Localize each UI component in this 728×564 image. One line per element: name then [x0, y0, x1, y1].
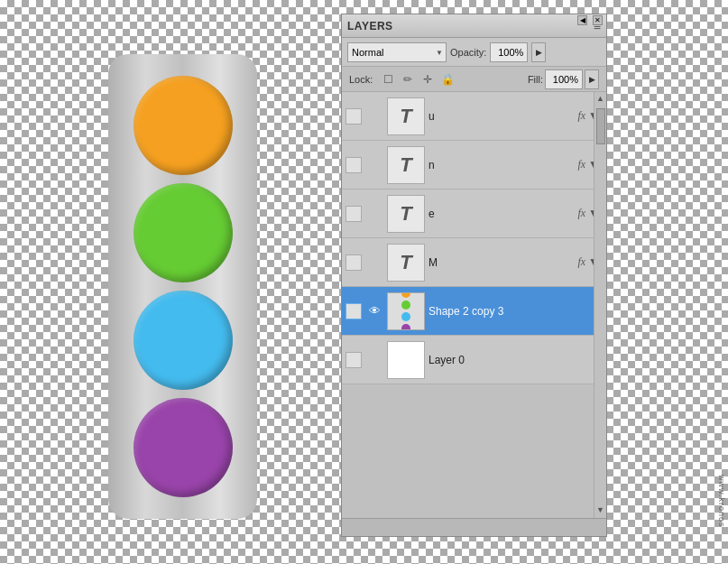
layer-checkbox[interactable] [346, 157, 362, 173]
circle-orange [134, 76, 233, 175]
opacity-label: Opacity: [450, 47, 486, 58]
watermark: www.kronos [717, 475, 726, 528]
layer-thumbnail: T [387, 146, 425, 184]
panel-title: LAYERS [347, 20, 393, 32]
lock-pixels-btn[interactable]: ☐ [380, 71, 396, 88]
fill-arrow[interactable]: ▶ [585, 69, 599, 89]
layer-visibility-icon[interactable] [365, 205, 383, 223]
blend-mode-wrapper: Normal Multiply Screen Overlay [347, 42, 447, 62]
lock-image-btn[interactable]: ✏ [400, 71, 416, 88]
layer-row[interactable]: Layer 0 [342, 336, 606, 384]
layer-row[interactable]: T e fx ▼ [342, 190, 606, 238]
layer-row[interactable]: T n fx ▼ [342, 141, 606, 190]
layers-list[interactable]: T u fx ▼ T n fx ▼ T e fx ▼ [342, 92, 606, 518]
layer-visibility-icon[interactable] [365, 254, 383, 272]
layer-checkbox[interactable] [346, 254, 362, 271]
layer-thumbnail: T [387, 97, 425, 135]
layer-visibility-icon[interactable] [365, 107, 383, 125]
layer-checkbox[interactable] [346, 108, 362, 125]
shape-dots [398, 292, 414, 330]
lock-label: Lock: [349, 74, 373, 85]
blend-opacity-bar: Normal Multiply Screen Overlay Opacity: … [342, 38, 606, 67]
traffic-light [108, 54, 257, 519]
layer-checkbox[interactable] [346, 303, 362, 319]
opacity-arrow[interactable]: ▶ [531, 42, 546, 62]
layer-info: Layer 0 [429, 354, 603, 366]
scrollbar[interactable]: ▲ ▼ [594, 92, 606, 518]
fill-input[interactable] [545, 69, 583, 89]
layer-info: e [429, 208, 574, 220]
opacity-input[interactable] [490, 42, 528, 62]
panel-resize-controls: ◀ ✕ [577, 15, 603, 25]
collapse-btn[interactable]: ◀ [577, 15, 587, 25]
panel-titlebar: LAYERS ≡ [342, 14, 606, 38]
circle-green [134, 183, 233, 282]
layer-thumbnail [387, 292, 425, 330]
scroll-thumb[interactable] [596, 108, 605, 144]
lock-bar: Lock: ☐ ✏ ✛ 🔒 Fill: ▶ [342, 67, 606, 92]
layer-visibility-icon[interactable] [365, 351, 383, 369]
layer-row[interactable]: T u fx ▼ [342, 92, 606, 141]
layer-name: Layer 0 [429, 354, 603, 366]
layer-name: M [429, 256, 574, 269]
layer-name: e [429, 208, 574, 220]
layer-info: Shape 2 copy 3 [429, 305, 603, 318]
fill-section: Fill: ▶ [528, 69, 599, 89]
circle-blue [134, 291, 233, 390]
panel-bottom [342, 518, 606, 536]
lock-all-btn[interactable]: 🔒 [439, 71, 456, 88]
circle-purple [134, 398, 233, 497]
close-btn[interactable]: ✕ [593, 15, 603, 25]
scroll-up-arrow[interactable]: ▲ [596, 94, 604, 103]
blend-mode-select[interactable]: Normal Multiply Screen Overlay [347, 42, 447, 62]
layer-info: M [429, 256, 574, 269]
layers-panel: LAYERS ≡ Normal Multiply Screen Overlay … [341, 14, 607, 537]
layer-name: Shape 2 copy 3 [429, 305, 603, 318]
layer-row[interactable]: T M fx ▼ [342, 238, 606, 287]
layer-thumbnail [387, 341, 425, 379]
layer-row-selected[interactable]: 👁 Shape 2 copy 3 [342, 287, 606, 336]
dot-green [401, 300, 410, 310]
layer-info: u [429, 110, 574, 123]
layer-thumbnail: T [387, 244, 425, 282]
layer-visibility-icon[interactable]: 👁 [365, 302, 383, 320]
scroll-down-arrow[interactable]: ▼ [596, 505, 604, 514]
layer-visibility-icon[interactable] [365, 156, 383, 174]
layer-thumbnail: T [387, 195, 425, 233]
lock-position-btn[interactable]: ✛ [419, 71, 436, 88]
layer-name: n [429, 159, 574, 171]
fill-label: Fill: [528, 74, 543, 85]
layer-checkbox[interactable] [346, 206, 362, 222]
layer-info: n [429, 159, 574, 171]
dot-blue [401, 312, 410, 321]
layer-checkbox[interactable] [346, 352, 362, 368]
layer-name: u [429, 110, 574, 123]
dot-purple [401, 324, 410, 330]
dot-orange [401, 292, 410, 299]
